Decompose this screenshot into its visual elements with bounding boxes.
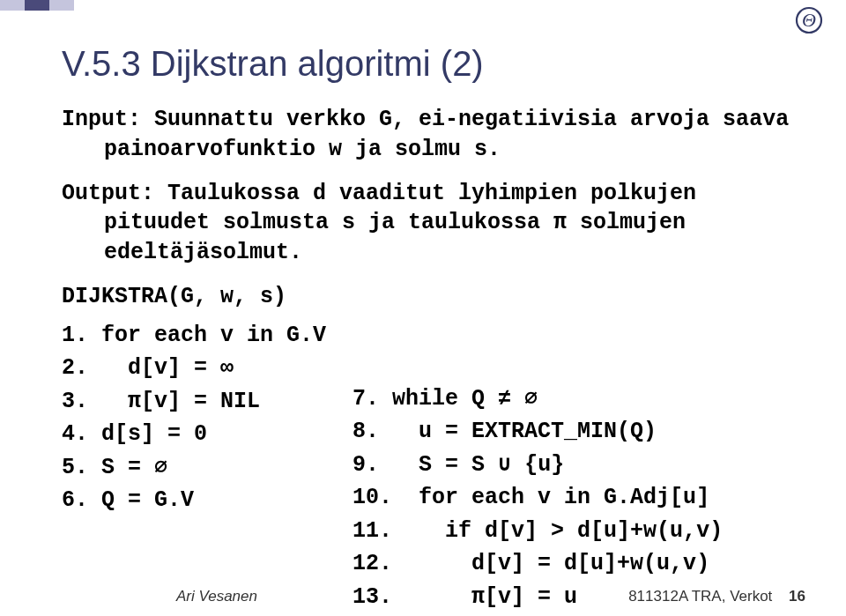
footer-course: 811312A TRA, Verkot 16 [628,588,805,605]
algo-left-line: 3. π[v] = NIL [62,389,260,414]
input-paragraph: Input: Suunnattu verkko G, ei-negatiivis… [62,105,793,165]
algo-right-line: 9. S = S ∪ {u} [352,452,564,478]
svg-text:Θ: Θ [802,9,816,31]
algo-right-line: 11. if d[v] > d[u]+w(u,v) [352,518,723,544]
algo-left-line: 5. S = ∅ [62,455,167,480]
algo-name: DIJKSTRA(G, w, s) [62,282,793,312]
top-left-decoration [0,0,74,11]
footer-page-number: 16 [789,588,805,605]
algo-right-line: 12. d[v] = d[u]+w(u,v) [352,551,709,576]
algo-left-line: 4. d[s] = 0 [62,421,207,447]
algorithm-columns: 1. for each v in G.V 2. d[v] = ∞ 3. π[v]… [62,319,793,614]
algo-left-line: 6. Q = G.V [62,487,194,513]
algo-left-line: 1. for each v in G.V [62,323,326,348]
algo-left-line: 2. d[v] = ∞ [62,355,234,381]
slide-body: Input: Suunnattu verkko G, ei-negatiivis… [62,105,793,613]
slide-content: V.5.3 Dijkstran algoritmi (2) Input: Suu… [0,0,846,613]
footer: Ari Vesanen 811312A TRA, Verkot 16 [0,588,846,605]
algo-right-line: 8. u = EXTRACT_MIN(Q) [352,419,657,444]
output-paragraph: Output: Taulukossa d vaaditut lyhimpien … [62,179,793,268]
footer-course-text: 811312A TRA, Verkot [628,588,772,605]
slide-title: V.5.3 Dijkstran algoritmi (2) [62,44,793,84]
theta-icon: Θ [793,5,825,35]
algo-right-line: 7. while Q ≠ ∅ [352,386,538,412]
algo-right-column: 7. while Q ≠ ∅ 8. u = EXTRACT_MIN(Q) 9. … [352,382,723,614]
algo-right-line: 10. for each v in G.Adj[u] [352,485,709,510]
footer-author: Ari Vesanen [176,588,257,605]
algo-left-column: 1. for each v in G.V 2. d[v] = ∞ 3. π[v]… [62,319,326,614]
